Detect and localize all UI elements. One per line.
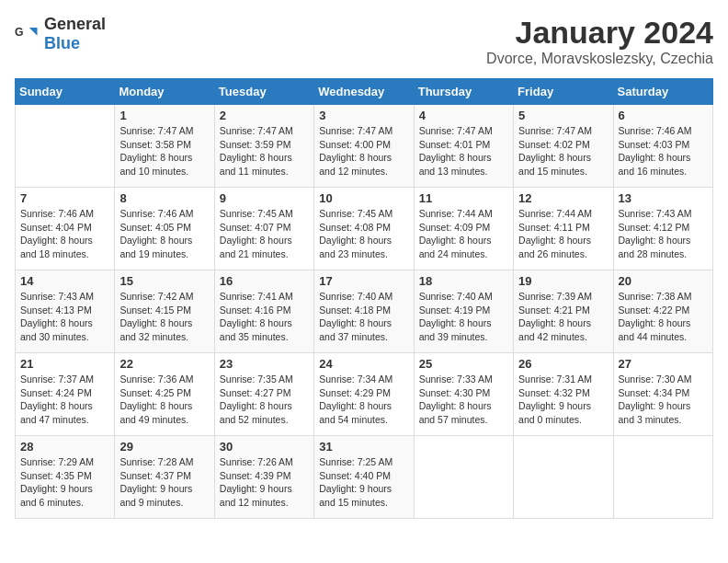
week-row-1: 1Sunrise: 7:47 AM Sunset: 3:58 PM Daylig…	[16, 105, 713, 188]
day-cell: 1Sunrise: 7:47 AM Sunset: 3:58 PM Daylig…	[115, 105, 214, 188]
day-number: 18	[419, 274, 508, 288]
day-number: 13	[619, 191, 708, 205]
day-info: Sunrise: 7:44 AM Sunset: 4:09 PM Dayligh…	[419, 207, 508, 261]
day-info: Sunrise: 7:44 AM Sunset: 4:11 PM Dayligh…	[518, 207, 608, 261]
day-number: 24	[319, 357, 408, 371]
day-number: 27	[619, 357, 708, 371]
week-row-5: 28Sunrise: 7:29 AM Sunset: 4:35 PM Dayli…	[16, 436, 713, 519]
svg-text:G: G	[15, 26, 24, 39]
day-info: Sunrise: 7:39 AM Sunset: 4:21 PM Dayligh…	[518, 290, 608, 344]
day-number: 26	[518, 357, 608, 371]
day-number: 20	[619, 274, 708, 288]
day-cell	[16, 105, 115, 188]
day-info: Sunrise: 7:47 AM Sunset: 4:00 PM Dayligh…	[319, 124, 408, 178]
day-cell: 8Sunrise: 7:46 AM Sunset: 4:05 PM Daylig…	[115, 188, 214, 270]
day-info: Sunrise: 7:47 AM Sunset: 3:58 PM Dayligh…	[119, 124, 209, 178]
day-info: Sunrise: 7:37 AM Sunset: 4:24 PM Dayligh…	[20, 373, 109, 427]
calendar-header-row: SundayMondayTuesdayWednesdayThursdayFrid…	[16, 79, 713, 105]
week-row-2: 7Sunrise: 7:46 AM Sunset: 4:04 PM Daylig…	[16, 188, 713, 270]
day-cell: 9Sunrise: 7:45 AM Sunset: 4:07 PM Daylig…	[214, 188, 313, 270]
day-cell: 24Sunrise: 7:34 AM Sunset: 4:29 PM Dayli…	[314, 353, 414, 436]
header-monday: Monday	[115, 79, 214, 105]
day-cell: 16Sunrise: 7:41 AM Sunset: 4:16 PM Dayli…	[214, 270, 313, 353]
day-info: Sunrise: 7:45 AM Sunset: 4:07 PM Dayligh…	[220, 207, 309, 261]
title-block: January 2024 Dvorce, Moravskoslezsky, Cz…	[486, 15, 713, 67]
day-cell: 2Sunrise: 7:47 AM Sunset: 3:59 PM Daylig…	[214, 105, 313, 188]
day-number: 8	[119, 191, 209, 205]
day-info: Sunrise: 7:47 AM Sunset: 3:59 PM Dayligh…	[220, 124, 309, 178]
day-cell: 27Sunrise: 7:30 AM Sunset: 4:34 PM Dayli…	[613, 353, 712, 436]
day-cell: 6Sunrise: 7:46 AM Sunset: 4:03 PM Daylig…	[613, 105, 712, 188]
day-cell: 28Sunrise: 7:29 AM Sunset: 4:35 PM Dayli…	[16, 436, 115, 519]
day-number: 25	[419, 357, 508, 371]
day-number: 23	[220, 357, 309, 371]
day-cell: 20Sunrise: 7:38 AM Sunset: 4:22 PM Dayli…	[613, 270, 712, 353]
day-info: Sunrise: 7:33 AM Sunset: 4:30 PM Dayligh…	[419, 373, 508, 427]
day-cell: 26Sunrise: 7:31 AM Sunset: 4:32 PM Dayli…	[514, 353, 613, 436]
day-cell: 22Sunrise: 7:36 AM Sunset: 4:25 PM Dayli…	[115, 353, 214, 436]
header-sunday: Sunday	[16, 79, 115, 105]
calendar-table: SundayMondayTuesdayWednesdayThursdayFrid…	[15, 78, 713, 519]
week-row-3: 14Sunrise: 7:43 AM Sunset: 4:13 PM Dayli…	[16, 270, 713, 353]
day-cell: 7Sunrise: 7:46 AM Sunset: 4:04 PM Daylig…	[16, 188, 115, 270]
day-cell: 12Sunrise: 7:44 AM Sunset: 4:11 PM Dayli…	[514, 188, 613, 270]
day-number: 30	[220, 440, 309, 454]
day-info: Sunrise: 7:46 AM Sunset: 4:05 PM Dayligh…	[119, 207, 209, 261]
day-info: Sunrise: 7:26 AM Sunset: 4:39 PM Dayligh…	[220, 455, 309, 510]
header-tuesday: Tuesday	[214, 79, 313, 105]
day-number: 5	[518, 109, 608, 122]
day-cell: 31Sunrise: 7:25 AM Sunset: 4:40 PM Dayli…	[314, 436, 414, 519]
day-number: 17	[319, 274, 408, 288]
week-row-4: 21Sunrise: 7:37 AM Sunset: 4:24 PM Dayli…	[16, 353, 713, 436]
day-number: 11	[419, 191, 508, 205]
day-cell: 10Sunrise: 7:45 AM Sunset: 4:08 PM Dayli…	[314, 188, 414, 270]
day-cell: 18Sunrise: 7:40 AM Sunset: 4:19 PM Dayli…	[414, 270, 513, 353]
calendar-title: January 2024	[486, 15, 713, 51]
header-saturday: Saturday	[613, 79, 712, 105]
day-info: Sunrise: 7:46 AM Sunset: 4:04 PM Dayligh…	[20, 207, 109, 261]
day-cell: 13Sunrise: 7:43 AM Sunset: 4:12 PM Dayli…	[613, 188, 712, 270]
day-cell: 21Sunrise: 7:37 AM Sunset: 4:24 PM Dayli…	[16, 353, 115, 436]
day-cell: 17Sunrise: 7:40 AM Sunset: 4:18 PM Dayli…	[314, 270, 414, 353]
day-cell: 3Sunrise: 7:47 AM Sunset: 4:00 PM Daylig…	[314, 105, 414, 188]
day-info: Sunrise: 7:34 AM Sunset: 4:29 PM Dayligh…	[319, 373, 408, 427]
day-info: Sunrise: 7:41 AM Sunset: 4:16 PM Dayligh…	[220, 290, 309, 344]
day-number: 9	[220, 191, 309, 205]
day-info: Sunrise: 7:29 AM Sunset: 4:35 PM Dayligh…	[20, 455, 109, 510]
day-number: 7	[20, 191, 109, 205]
day-number: 28	[20, 440, 109, 454]
day-info: Sunrise: 7:28 AM Sunset: 4:37 PM Dayligh…	[119, 455, 209, 510]
day-info: Sunrise: 7:38 AM Sunset: 4:22 PM Dayligh…	[619, 290, 708, 344]
day-cell	[414, 436, 513, 519]
day-number: 29	[119, 440, 209, 454]
day-cell: 30Sunrise: 7:26 AM Sunset: 4:39 PM Dayli…	[214, 436, 313, 519]
day-info: Sunrise: 7:43 AM Sunset: 4:13 PM Dayligh…	[20, 290, 109, 344]
header-friday: Friday	[514, 79, 613, 105]
day-info: Sunrise: 7:47 AM Sunset: 4:01 PM Dayligh…	[419, 124, 508, 178]
day-number: 21	[20, 357, 109, 371]
day-info: Sunrise: 7:42 AM Sunset: 4:15 PM Dayligh…	[119, 290, 209, 344]
day-cell	[613, 436, 712, 519]
day-number: 16	[220, 274, 309, 288]
day-info: Sunrise: 7:30 AM Sunset: 4:34 PM Dayligh…	[619, 373, 708, 427]
logo: G General Blue	[15, 15, 106, 53]
day-info: Sunrise: 7:35 AM Sunset: 4:27 PM Dayligh…	[220, 373, 309, 427]
day-number: 19	[518, 274, 608, 288]
day-number: 15	[119, 274, 209, 288]
calendar-subtitle: Dvorce, Moravskoslezsky, Czechia	[486, 51, 713, 67]
day-number: 2	[220, 109, 309, 122]
day-cell: 5Sunrise: 7:47 AM Sunset: 4:02 PM Daylig…	[514, 105, 613, 188]
day-cell: 15Sunrise: 7:42 AM Sunset: 4:15 PM Dayli…	[115, 270, 214, 353]
day-info: Sunrise: 7:46 AM Sunset: 4:03 PM Dayligh…	[619, 124, 708, 178]
day-cell: 29Sunrise: 7:28 AM Sunset: 4:37 PM Dayli…	[115, 436, 214, 519]
day-cell: 23Sunrise: 7:35 AM Sunset: 4:27 PM Dayli…	[214, 353, 313, 436]
day-cell: 4Sunrise: 7:47 AM Sunset: 4:01 PM Daylig…	[414, 105, 513, 188]
svg-marker-1	[29, 28, 38, 36]
day-info: Sunrise: 7:43 AM Sunset: 4:12 PM Dayligh…	[619, 207, 708, 261]
day-number: 4	[419, 109, 508, 122]
logo-blue: Blue	[44, 34, 80, 52]
day-number: 31	[319, 440, 408, 454]
logo-general: General	[44, 15, 106, 33]
header-wednesday: Wednesday	[314, 79, 414, 105]
day-number: 6	[619, 109, 708, 122]
